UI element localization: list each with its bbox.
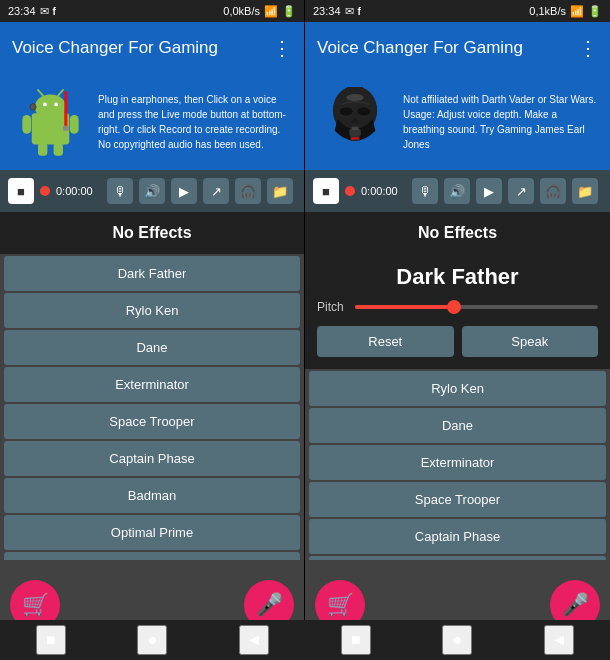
right-effect-captain-phase[interactable]: Captain Phase bbox=[309, 519, 606, 554]
left-controls-bar: ■ 0:00:00 🎙 🔊 ▶ ↗ 🎧 📁 bbox=[0, 170, 304, 212]
left-time: 23:34 bbox=[8, 5, 36, 17]
nav-circle-right[interactable]: ● bbox=[442, 625, 472, 655]
vader-helmet-icon bbox=[320, 87, 390, 157]
right-phone-screen: 23:34 ✉ f 0,1kB/s 📶 🔋 Voice Changer For … bbox=[305, 0, 610, 620]
svg-point-2 bbox=[43, 102, 47, 106]
nav-square-right[interactable]: ■ bbox=[341, 625, 371, 655]
right-app-title: Voice Changer For Gaming bbox=[317, 38, 523, 58]
right-wifi-icon: 📶 bbox=[570, 5, 584, 18]
right-time: 23:34 bbox=[313, 5, 341, 17]
right-pitch-label: Pitch bbox=[317, 300, 347, 314]
left-effects-container: No Effects Dark Father Rylo Ken Dane Ext… bbox=[0, 212, 304, 560]
left-time-label: 0:00:00 bbox=[56, 185, 101, 197]
left-network: 0,0kB/s bbox=[223, 5, 260, 17]
right-time-label: 0:00:00 bbox=[361, 185, 406, 197]
left-mail-icon: ✉ bbox=[40, 5, 49, 18]
svg-line-4 bbox=[38, 90, 43, 96]
left-status-left: 23:34 ✉ f bbox=[8, 5, 56, 18]
left-folder-btn[interactable]: 📁 bbox=[267, 178, 293, 204]
left-effect-optimal-prime[interactable]: Optimal Prime bbox=[4, 515, 300, 550]
svg-point-3 bbox=[54, 102, 58, 106]
right-share-btn[interactable]: ↗ bbox=[508, 178, 534, 204]
svg-point-1 bbox=[34, 94, 65, 119]
right-network: 0,1kB/s bbox=[529, 5, 566, 17]
right-reset-button[interactable]: Reset bbox=[317, 326, 454, 357]
left-battery-icon: 🔋 bbox=[282, 5, 296, 18]
left-banner: Plug in earphones, then Click on a voice… bbox=[0, 74, 304, 170]
left-play-btn[interactable]: ▶ bbox=[171, 178, 197, 204]
left-fb-icon: f bbox=[53, 6, 56, 17]
left-status-right: 0,0kB/s 📶 🔋 bbox=[223, 5, 296, 18]
right-fab-mic[interactable]: 🎤 bbox=[550, 580, 600, 620]
svg-point-20 bbox=[346, 94, 364, 101]
right-effect-rylo-ken[interactable]: Rylo Ken bbox=[309, 371, 606, 406]
right-dark-father-panel: Dark Father Pitch Reset Speak bbox=[305, 254, 610, 369]
left-stop-button[interactable]: ■ bbox=[8, 178, 34, 204]
right-speak-button[interactable]: Speak bbox=[462, 326, 599, 357]
nav-back-right[interactable]: ◄ bbox=[544, 625, 574, 655]
left-app-title: Voice Changer For Gaming bbox=[12, 38, 218, 58]
left-fab-mic[interactable]: 🎤 bbox=[244, 580, 294, 620]
left-headphone-btn[interactable]: 🎧 bbox=[235, 178, 261, 204]
left-effect-captain-phase[interactable]: Captain Phase bbox=[4, 441, 300, 476]
right-headphone-btn[interactable]: 🎧 bbox=[540, 178, 566, 204]
left-wifi-icon: 📶 bbox=[264, 5, 278, 18]
left-fab-cart[interactable]: 🛒 bbox=[10, 580, 60, 620]
android-robot-icon bbox=[13, 85, 88, 160]
right-banner: Not affiliated with Darth Vader or Star … bbox=[305, 74, 610, 170]
left-effect-rylo-ken[interactable]: Rylo Ken bbox=[4, 293, 300, 328]
right-effect-space-trooper[interactable]: Space Trooper bbox=[309, 482, 606, 517]
svg-point-23 bbox=[354, 137, 356, 139]
left-effect-badman[interactable]: Badman bbox=[4, 478, 300, 513]
right-banner-image bbox=[315, 82, 395, 162]
right-pitch-slider-track[interactable] bbox=[355, 305, 598, 309]
right-dark-father-title: Dark Father bbox=[317, 264, 598, 290]
bottom-navigation: ■ ● ◄ ■ ● ◄ bbox=[0, 620, 610, 660]
right-folder-btn[interactable]: 📁 bbox=[572, 178, 598, 204]
left-banner-text: Plug in earphones, then Click on a voice… bbox=[90, 92, 294, 152]
right-effect-dane[interactable]: Dane bbox=[309, 408, 606, 443]
left-phone-screen: 23:34 ✉ f 0,0kB/s 📶 🔋 Voice Changer For … bbox=[0, 0, 305, 620]
right-volume-btn[interactable]: 🔊 bbox=[444, 178, 470, 204]
right-mail-icon: ✉ bbox=[345, 5, 354, 18]
right-app-header: Voice Changer For Gaming ⋮ bbox=[305, 22, 610, 74]
right-status-bar: 23:34 ✉ f 0,1kB/s 📶 🔋 bbox=[305, 0, 610, 22]
left-effect-exterminator[interactable]: Exterminator bbox=[4, 367, 300, 402]
left-effect-uldron[interactable]: Uldron bbox=[4, 552, 300, 560]
left-app-header: Voice Changer For Gaming ⋮ bbox=[0, 22, 304, 74]
right-controls-bar: ■ 0:00:00 🎙 🔊 ▶ ↗ 🎧 📁 bbox=[305, 170, 610, 212]
left-mic-icon-btn[interactable]: 🎙 bbox=[107, 178, 133, 204]
svg-rect-7 bbox=[69, 115, 78, 134]
right-fb-icon: f bbox=[358, 6, 361, 17]
left-effect-dark-father[interactable]: Dark Father bbox=[4, 256, 300, 291]
svg-point-24 bbox=[356, 137, 358, 139]
left-banner-image bbox=[10, 82, 90, 162]
nav-circle-left[interactable]: ● bbox=[137, 625, 167, 655]
right-stop-button[interactable]: ■ bbox=[313, 178, 339, 204]
nav-back-left[interactable]: ◄ bbox=[239, 625, 269, 655]
left-effect-space-trooper[interactable]: Space Trooper bbox=[4, 404, 300, 439]
nav-square-left[interactable]: ■ bbox=[36, 625, 66, 655]
right-effect-exterminator[interactable]: Exterminator bbox=[309, 445, 606, 480]
right-mic-icon-btn[interactable]: 🎙 bbox=[412, 178, 438, 204]
right-banner-text: Not affiliated with Darth Vader or Star … bbox=[395, 92, 600, 152]
right-play-btn[interactable]: ▶ bbox=[476, 178, 502, 204]
svg-rect-12 bbox=[64, 91, 67, 129]
svg-rect-8 bbox=[38, 143, 47, 156]
right-fab-cart[interactable]: 🛒 bbox=[315, 580, 365, 620]
svg-rect-13 bbox=[63, 125, 69, 130]
right-battery-icon: 🔋 bbox=[588, 5, 602, 18]
svg-point-22 bbox=[352, 137, 354, 139]
right-no-effects-header[interactable]: No Effects bbox=[305, 212, 610, 254]
left-effects-wrapper: No Effects Dark Father Rylo Ken Dane Ext… bbox=[0, 212, 304, 620]
right-panel-buttons: Reset Speak bbox=[317, 326, 598, 357]
left-volume-btn[interactable]: 🔊 bbox=[139, 178, 165, 204]
right-pitch-slider-thumb[interactable] bbox=[447, 300, 461, 314]
right-menu-button[interactable]: ⋮ bbox=[578, 36, 598, 60]
left-record-indicator bbox=[40, 186, 50, 196]
left-share-btn[interactable]: ↗ bbox=[203, 178, 229, 204]
left-effect-dane[interactable]: Dane bbox=[4, 330, 300, 365]
left-menu-button[interactable]: ⋮ bbox=[272, 36, 292, 60]
svg-point-18 bbox=[357, 107, 371, 116]
left-no-effects-header[interactable]: No Effects bbox=[0, 212, 304, 254]
